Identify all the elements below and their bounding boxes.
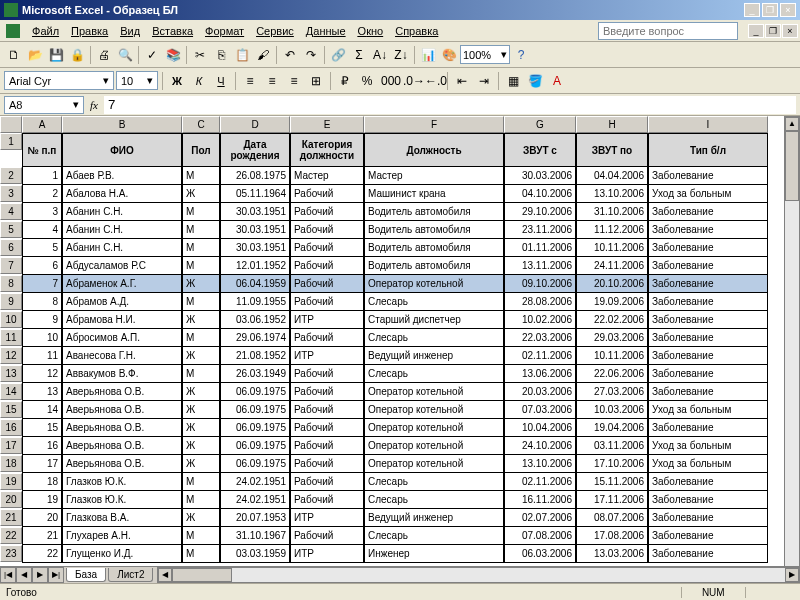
cell-D22[interactable]: 31.10.1967 (220, 527, 290, 545)
cell-F13[interactable]: Слесарь (364, 365, 504, 383)
undo-button[interactable]: ↶ (280, 45, 300, 65)
cell-E12[interactable]: ИТР (290, 347, 364, 365)
cell-D14[interactable]: 06.09.1975 (220, 383, 290, 401)
cell-D12[interactable]: 21.08.1952 (220, 347, 290, 365)
permission-button[interactable]: 🔒 (67, 45, 87, 65)
cell-H4[interactable]: 31.10.2006 (576, 203, 648, 221)
cell-F16[interactable]: Оператор котельной (364, 419, 504, 437)
cell-E5[interactable]: Рабочий (290, 221, 364, 239)
ask-question-box[interactable] (598, 22, 738, 40)
copy-button[interactable]: ⎘ (211, 45, 231, 65)
font-color-button[interactable]: A (547, 71, 567, 91)
col-header-F[interactable]: F (364, 116, 504, 133)
cell-C19[interactable]: М (182, 473, 220, 491)
cell-D23[interactable]: 03.03.1959 (220, 545, 290, 563)
cell-G7[interactable]: 13.11.2006 (504, 257, 576, 275)
row-header-3[interactable]: 3 (0, 185, 22, 202)
cell-E17[interactable]: Рабочий (290, 437, 364, 455)
doc-close-button[interactable]: × (782, 24, 798, 38)
cell-C21[interactable]: Ж (182, 509, 220, 527)
drawing-button[interactable]: 🎨 (439, 45, 459, 65)
cell-F20[interactable]: Слесарь (364, 491, 504, 509)
menu-file[interactable]: Файл (26, 23, 65, 39)
cell-B16[interactable]: Аверьянова О.В. (62, 419, 182, 437)
cell-A15[interactable]: 14 (22, 401, 62, 419)
cell-H6[interactable]: 10.11.2006 (576, 239, 648, 257)
font-size-combo[interactable]: 10▾ (116, 71, 158, 90)
cell-I12[interactable]: Заболевание (648, 347, 768, 365)
row-header-11[interactable]: 11 (0, 329, 22, 346)
cell-E7[interactable]: Рабочий (290, 257, 364, 275)
cell-F5[interactable]: Водитель автомобиля (364, 221, 504, 239)
row-header-1[interactable]: 1 (0, 133, 22, 150)
help-button[interactable]: ? (511, 45, 531, 65)
cell-A23[interactable]: 22 (22, 545, 62, 563)
redo-button[interactable]: ↷ (301, 45, 321, 65)
scroll-up-button[interactable]: ▲ (785, 117, 799, 131)
cell-B21[interactable]: Глазкова В.А. (62, 509, 182, 527)
cell-G21[interactable]: 02.07.2006 (504, 509, 576, 527)
minimize-button[interactable]: _ (744, 3, 760, 17)
tab-last-button[interactable]: ▶| (48, 567, 64, 583)
cell-A13[interactable]: 12 (22, 365, 62, 383)
row-header-17[interactable]: 17 (0, 437, 22, 454)
new-button[interactable]: 🗋 (4, 45, 24, 65)
ask-input[interactable] (598, 22, 738, 40)
cell-A20[interactable]: 19 (22, 491, 62, 509)
cell-I16[interactable]: Заболевание (648, 419, 768, 437)
cell-E16[interactable]: Рабочий (290, 419, 364, 437)
preview-button[interactable]: 🔍 (115, 45, 135, 65)
italic-button[interactable]: К (189, 71, 209, 91)
cell-B10[interactable]: Абрамова Н.И. (62, 311, 182, 329)
cell-I2[interactable]: Заболевание (648, 167, 768, 185)
cell-F11[interactable]: Слесарь (364, 329, 504, 347)
merge-button[interactable]: ⊞ (306, 71, 326, 91)
col-header-E[interactable]: E (290, 116, 364, 133)
cell-D8[interactable]: 06.04.1959 (220, 275, 290, 293)
cell-I23[interactable]: Заболевание (648, 545, 768, 563)
cell-B12[interactable]: Аванесова Г.Н. (62, 347, 182, 365)
row-header-15[interactable]: 15 (0, 401, 22, 418)
zoom-combo[interactable]: 100%▾ (460, 45, 510, 64)
cell-I7[interactable]: Заболевание (648, 257, 768, 275)
cell-C2[interactable]: М (182, 167, 220, 185)
cell-G13[interactable]: 13.06.2006 (504, 365, 576, 383)
open-button[interactable]: 📂 (25, 45, 45, 65)
cell-C10[interactable]: Ж (182, 311, 220, 329)
cell-D21[interactable]: 20.07.1953 (220, 509, 290, 527)
vscroll-thumb[interactable] (785, 131, 799, 201)
row-header-5[interactable]: 5 (0, 221, 22, 238)
cell-B22[interactable]: Глухарев А.Н. (62, 527, 182, 545)
scroll-right-button[interactable]: ▶ (785, 568, 799, 582)
cell-G14[interactable]: 20.03.2006 (504, 383, 576, 401)
cell-D2[interactable]: 26.08.1975 (220, 167, 290, 185)
cell-E19[interactable]: Рабочий (290, 473, 364, 491)
cell-B8[interactable]: Абраменок А.Г. (62, 275, 182, 293)
col-header-A[interactable]: A (22, 116, 62, 133)
col-header-H[interactable]: H (576, 116, 648, 133)
cell-E6[interactable]: Рабочий (290, 239, 364, 257)
spell-button[interactable]: ✓ (142, 45, 162, 65)
cell-C18[interactable]: Ж (182, 455, 220, 473)
horizontal-scrollbar[interactable]: ◀ ▶ (157, 567, 800, 583)
research-button[interactable]: 📚 (163, 45, 183, 65)
cell-E22[interactable]: Рабочий (290, 527, 364, 545)
col-header-D[interactable]: D (220, 116, 290, 133)
menu-view[interactable]: Вид (114, 23, 146, 39)
cell-G3[interactable]: 04.10.2006 (504, 185, 576, 203)
cell-H3[interactable]: 13.10.2006 (576, 185, 648, 203)
cell-E4[interactable]: Рабочий (290, 203, 364, 221)
cell-D7[interactable]: 12.01.1952 (220, 257, 290, 275)
cell-G10[interactable]: 10.02.2006 (504, 311, 576, 329)
cell-C9[interactable]: М (182, 293, 220, 311)
cell-F21[interactable]: Ведущий инженер (364, 509, 504, 527)
formula-input[interactable] (104, 96, 796, 114)
cell-C7[interactable]: М (182, 257, 220, 275)
autosum-button[interactable]: Σ (349, 45, 369, 65)
row-header-16[interactable]: 16 (0, 419, 22, 436)
cell-H14[interactable]: 27.03.2006 (576, 383, 648, 401)
cell-B18[interactable]: Аверьянова О.В. (62, 455, 182, 473)
cell-E13[interactable]: Рабочий (290, 365, 364, 383)
cell-H10[interactable]: 22.02.2006 (576, 311, 648, 329)
row-header-22[interactable]: 22 (0, 527, 22, 544)
